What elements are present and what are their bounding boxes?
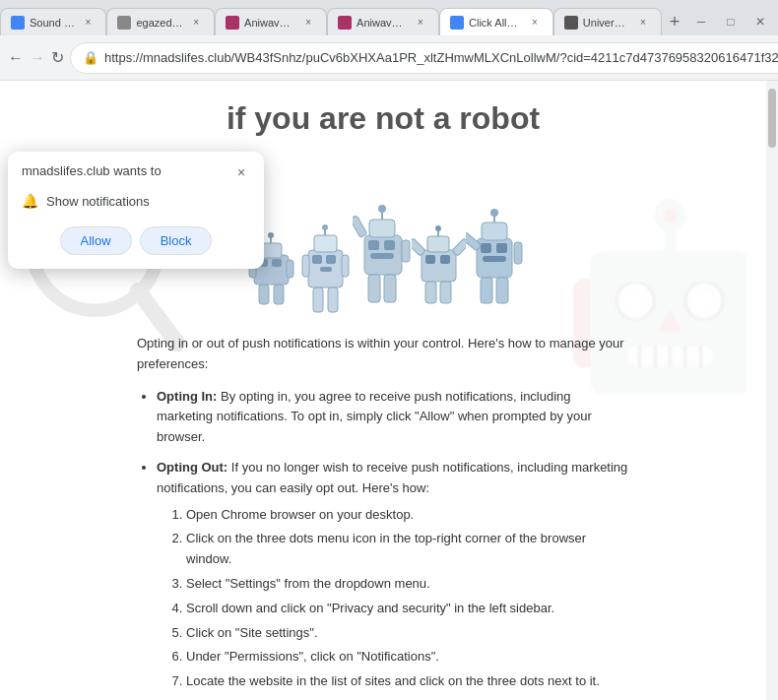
tab-universal[interactable]: Universal... × — [553, 8, 662, 35]
scrollbar-track[interactable] — [766, 81, 778, 700]
reload-button[interactable]: ↻ — [51, 44, 64, 72]
svg-rect-32 — [402, 240, 410, 262]
svg-rect-28 — [369, 220, 395, 237]
step-4: Scroll down and click on "Privacy and se… — [186, 599, 629, 619]
notification-permission-popup: mnadslifes.club wants to × 🔔 Show notifi… — [8, 152, 264, 269]
svg-rect-16 — [320, 267, 332, 272]
svg-rect-26 — [384, 240, 395, 250]
robot-3 — [353, 196, 412, 314]
robot-2 — [298, 216, 353, 324]
svg-rect-20 — [302, 255, 309, 277]
svg-rect-15 — [326, 255, 336, 264]
opting-in-item: Opting In: By opting in, you agree to re… — [157, 387, 629, 448]
minimize-button[interactable]: ─ — [687, 8, 715, 35]
tab-egazedat[interactable]: egazedat... × — [106, 8, 215, 35]
scrollbar-thumb[interactable] — [768, 89, 776, 148]
svg-rect-6 — [262, 243, 282, 258]
svg-rect-47 — [496, 243, 507, 253]
popup-buttons: Allow Block — [22, 226, 250, 255]
step-6: Under "Permissions", click on "Notificat… — [186, 647, 629, 668]
tab-title-aniwave1: Aniwave T... — [244, 17, 295, 29]
content-wrapper: mnadslifes.club wants to × 🔔 Show notifi… — [0, 81, 778, 700]
svg-rect-55 — [496, 278, 508, 303]
tab-favicon-aniwave2 — [338, 16, 352, 30]
robot-5 — [466, 201, 523, 314]
svg-rect-31 — [353, 215, 367, 237]
tab-clickallow[interactable]: Click Allow... × — [439, 8, 553, 35]
step-2: Click on the three dots menu icon in the… — [186, 529, 629, 570]
svg-rect-23 — [328, 287, 338, 312]
step-8: Select "Remove" to revoke permission for… — [186, 696, 629, 700]
tab-close-universal[interactable]: × — [635, 15, 651, 31]
tab-favicon-clickallow — [450, 16, 464, 30]
svg-rect-48 — [483, 256, 506, 262]
tab-title-universal: Universal... — [583, 17, 630, 29]
page-body: Opting in or out of push notifications i… — [137, 334, 629, 700]
tab-aniwave2[interactable]: Aniwave T... × — [327, 8, 439, 35]
svg-rect-22 — [313, 287, 323, 312]
robot-4 — [412, 221, 466, 314]
svg-point-51 — [490, 209, 498, 217]
bell-icon: 🔔 — [22, 193, 38, 209]
tab-sound-of[interactable]: Sound of... × — [0, 8, 106, 35]
step-5: Click on "Site settings". — [186, 623, 629, 644]
svg-rect-37 — [440, 255, 450, 264]
svg-rect-27 — [370, 253, 394, 259]
svg-rect-35 — [421, 250, 456, 282]
browser-window: Sound of... × egazedat... × Aniwave T...… — [0, 0, 778, 700]
close-window-button[interactable]: ✕ — [746, 8, 774, 35]
svg-rect-21 — [342, 255, 349, 277]
tab-close-clickallow[interactable]: × — [527, 15, 543, 31]
block-button[interactable]: Block — [140, 226, 213, 255]
back-button[interactable]: ← — [8, 44, 24, 72]
url-text: https://mnadslifes.club/WB43fSnhz/puCv6b… — [104, 50, 778, 65]
tab-favicon-sound — [11, 16, 25, 30]
svg-rect-5 — [272, 259, 282, 267]
step-3: Select "Settings" from the dropdown menu… — [186, 574, 629, 595]
url-bar[interactable]: 🔒 https://mnadslifes.club/WB43fSnhz/puCv… — [70, 42, 778, 74]
svg-point-19 — [322, 224, 328, 230]
popup-header: mnadslifes.club wants to × — [22, 163, 250, 181]
tab-close-aniwave1[interactable]: × — [300, 15, 316, 31]
svg-rect-34 — [384, 275, 396, 302]
opting-in-text: By opting in, you agree to receive push … — [157, 389, 592, 445]
forward-button[interactable]: → — [30, 44, 45, 72]
allow-button[interactable]: Allow — [60, 226, 132, 255]
page-headline: if you are not a robot — [59, 100, 707, 137]
svg-rect-54 — [481, 278, 492, 303]
svg-point-30 — [378, 205, 386, 213]
tab-title-aniwave2: Aniwave T... — [357, 17, 408, 29]
tab-aniwave1[interactable]: Aniwave T... × — [215, 8, 327, 35]
svg-rect-36 — [425, 255, 435, 264]
browser-content: mnadslifes.club wants to × 🔔 Show notifi… — [0, 81, 766, 700]
svg-rect-14 — [312, 255, 322, 264]
svg-rect-33 — [368, 275, 380, 302]
tab-close-egazedat[interactable]: × — [188, 15, 204, 31]
svg-rect-10 — [287, 260, 293, 278]
tab-favicon-egazedat — [117, 16, 131, 30]
new-tab-button[interactable]: + — [662, 8, 687, 35]
popup-title: mnadslifes.club wants to — [22, 163, 162, 178]
svg-point-40 — [435, 225, 441, 231]
permission-label: Show notifications — [46, 194, 150, 209]
tab-close-aniwave2[interactable]: × — [413, 15, 428, 31]
opting-in-label: Opting In: — [157, 389, 217, 404]
steps-list: Open Chrome browser on your desktop. Cli… — [186, 505, 629, 700]
opting-list: Opting In: By opting in, you agree to re… — [157, 387, 629, 700]
tab-close-sound[interactable]: × — [80, 15, 96, 31]
svg-rect-17 — [314, 235, 337, 252]
body-intro: Opting in or out of push notifications i… — [137, 334, 629, 375]
maximize-button[interactable]: □ — [717, 8, 745, 35]
step-1: Open Chrome browser on your desktop. — [186, 505, 629, 526]
svg-rect-11 — [259, 285, 269, 304]
opting-out-label: Opting Out: — [157, 460, 227, 475]
svg-rect-44 — [440, 282, 451, 303]
tab-bar: Sound of... × egazedat... × Aniwave T...… — [0, 0, 778, 35]
svg-rect-46 — [481, 243, 491, 253]
opting-out-item: Opting Out: If you no longer wish to rec… — [157, 458, 629, 700]
permission-row: 🔔 Show notifications — [22, 189, 250, 213]
svg-rect-53 — [514, 242, 522, 264]
opting-out-text: If you no longer wish to receive push no… — [157, 460, 627, 495]
tab-favicon-universal — [564, 16, 578, 30]
popup-close-button[interactable]: × — [232, 163, 250, 181]
